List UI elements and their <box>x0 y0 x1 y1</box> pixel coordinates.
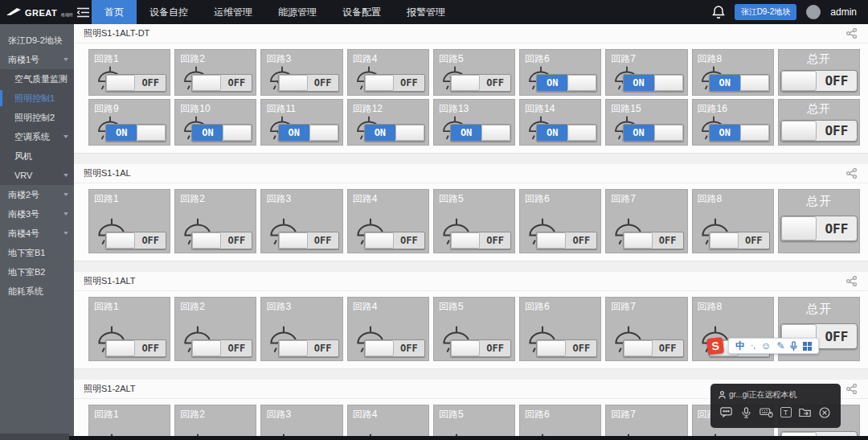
circuit-toggle[interactable]: OFF <box>623 339 684 357</box>
circuit-toggle[interactable]: OFF <box>278 339 339 357</box>
circuit-toggle[interactable]: OFF <box>450 232 511 249</box>
toggle-state-label: OFF <box>739 232 769 249</box>
nav-item-3[interactable]: 能源管理 <box>265 0 330 24</box>
master-switch-card: 总开OFF <box>778 49 860 96</box>
sidebar-item-0[interactable]: 张江D9-2地块 <box>0 31 74 50</box>
sidebar-item-5[interactable]: 空调系统 <box>0 127 74 146</box>
circuit-toggle[interactable]: ON <box>105 124 166 142</box>
ime-handwriting-icon[interactable]: ✎ <box>776 341 784 351</box>
toggle-knob <box>192 340 221 356</box>
notification-bell-icon[interactable] <box>712 5 725 19</box>
ime-skin-grid-icon[interactable] <box>803 342 812 351</box>
circuit-toggle[interactable]: OFF <box>364 232 425 249</box>
share-icon[interactable] <box>846 276 857 286</box>
circuit-toggle[interactable]: ON <box>709 124 770 142</box>
toggle-knob <box>451 340 480 356</box>
circuit-toggle[interactable]: OFF <box>364 339 425 357</box>
nav-item-0[interactable]: 首页 <box>92 0 137 24</box>
circuit-toggle[interactable]: OFF <box>278 232 339 249</box>
ime-toolbar: S 中 ·, ☺ ✎ <box>707 338 819 354</box>
sidebar-item-4[interactable]: 照明控制2 <box>0 108 74 127</box>
ime-emoji-icon[interactable]: ☺ <box>761 341 771 351</box>
circuit-card: 回路6ON <box>519 49 601 96</box>
circuit-toggle[interactable]: OFF <box>191 232 252 249</box>
toggle-state-label: ON <box>365 125 395 141</box>
chat-icon[interactable] <box>719 406 733 418</box>
control-keyboard-icon[interactable] <box>760 406 773 418</box>
sidebar-item-11[interactable]: 地下室B1 <box>0 243 74 262</box>
circuit-card: 回路3OFF <box>260 49 342 96</box>
master-toggle[interactable]: OFF <box>780 120 858 142</box>
nav-item-1[interactable]: 设备自控 <box>137 0 201 24</box>
circuit-toggle[interactable]: OFF <box>278 74 339 92</box>
ime-lang-toggle[interactable]: 中 <box>735 341 745 351</box>
circuit-toggle[interactable]: ON <box>450 124 511 142</box>
share-icon[interactable] <box>846 168 857 179</box>
circuit-toggle[interactable]: OFF <box>105 339 166 357</box>
circuit-label: 回路5 <box>434 190 514 206</box>
circuit-toggle[interactable]: OFF <box>450 74 511 92</box>
toggle-knob <box>192 232 221 249</box>
circuit-label: 回路10 <box>175 100 256 116</box>
username-label[interactable]: admin <box>830 6 857 18</box>
site-badge[interactable]: 张江D9-2地块 <box>735 4 797 20</box>
circuit-toggle[interactable]: ON <box>364 124 425 142</box>
circuit-toggle[interactable]: ON <box>191 124 252 142</box>
circuit-toggle[interactable]: ON <box>536 124 597 142</box>
sidebar-item-8[interactable]: 南楼2号 <box>0 185 74 204</box>
circuit-label: 回路8 <box>693 298 773 314</box>
share-icon[interactable] <box>846 28 857 39</box>
toggle-state-label: OFF <box>394 232 424 249</box>
sidebar-item-9[interactable]: 南楼3号 <box>0 204 74 224</box>
file-transfer-icon[interactable] <box>798 406 812 418</box>
sidebar-item-6[interactable]: 风机 <box>0 146 74 166</box>
circuit-toggle[interactable]: OFF <box>105 232 166 249</box>
toggle-knob <box>481 125 510 141</box>
circuit-toggle[interactable]: OFF <box>709 232 770 249</box>
circuit-toggle[interactable]: OFF <box>536 339 597 357</box>
master-toggle[interactable]: OFF <box>780 216 858 241</box>
toggle-knob <box>279 340 308 356</box>
circuit-toggle[interactable]: OFF <box>364 74 425 92</box>
circuit-toggle[interactable]: OFF <box>105 74 166 92</box>
circuit-toggle[interactable]: OFF <box>191 339 252 357</box>
sidebar-item-7[interactable]: VRV <box>0 166 74 185</box>
circuit-toggle[interactable]: ON <box>536 74 597 92</box>
ime-voice-icon[interactable] <box>790 341 797 352</box>
sidebar-item-2[interactable]: 空气质量监测 <box>0 69 74 88</box>
circuit-toggle[interactable]: ON <box>709 74 770 92</box>
toggle-state-label: OFF <box>221 232 252 249</box>
nav-item-2[interactable]: 运维管理 <box>201 0 265 24</box>
nav-item-5[interactable]: 报警管理 <box>394 0 458 24</box>
user-avatar[interactable] <box>806 5 821 19</box>
master-toggle[interactable]: OFF <box>780 70 858 92</box>
close-icon[interactable] <box>818 406 832 418</box>
circuit-card: 回路7ON <box>605 49 687 96</box>
sidebar-item-3[interactable]: 照明控制1 <box>0 88 74 108</box>
sidebar-item-12[interactable]: 地下室B2 <box>0 262 74 282</box>
circuit-toggle[interactable]: ON <box>623 124 684 142</box>
circuit-label: 回路2 <box>175 405 256 421</box>
circuit-label: 回路8 <box>693 50 773 66</box>
sidebar-item-13[interactable]: 能耗系统 <box>0 282 74 301</box>
microphone-icon[interactable] <box>739 406 753 418</box>
text-tool-icon[interactable]: T <box>780 407 792 417</box>
circuit-toggle[interactable]: OFF <box>536 232 597 249</box>
circuit-toggle[interactable]: OFF <box>623 232 684 249</box>
chevron-down-icon <box>63 232 68 235</box>
ime-buttons-bar: 中 ·, ☺ ✎ <box>728 338 819 354</box>
sidebar-item-1[interactable]: 南楼1号 <box>0 50 74 69</box>
circuit-toggle[interactable]: OFF <box>450 339 511 357</box>
share-icon[interactable] <box>846 384 857 394</box>
nav-item-4[interactable]: 设备配置 <box>330 0 394 24</box>
toggle-knob <box>654 75 683 91</box>
circuit-toggle[interactable]: ON <box>278 124 339 142</box>
ime-punctuation-toggle[interactable]: ·, <box>751 342 755 350</box>
circuit-toggle[interactable]: OFF <box>191 74 252 92</box>
menu-fold-icon[interactable] <box>74 0 92 24</box>
sidebar-item-10[interactable]: 南楼4号 <box>0 224 74 243</box>
circuit-toggle[interactable]: ON <box>623 74 684 92</box>
toggle-knob <box>395 125 424 141</box>
ime-logo-icon[interactable]: S <box>706 337 724 355</box>
circuit-label: 回路7 <box>606 405 686 421</box>
